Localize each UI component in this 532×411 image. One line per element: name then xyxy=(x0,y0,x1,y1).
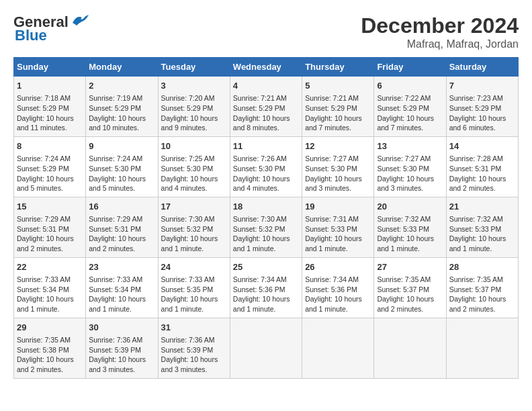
calendar-cell: 18Sunrise: 7:30 AMSunset: 5:32 PMDayligh… xyxy=(230,197,302,257)
daylight-text: Daylight: 10 hours and 3 minutes. xyxy=(377,175,434,193)
col-wednesday: Wednesday xyxy=(230,58,302,77)
calendar-table: Sunday Monday Tuesday Wednesday Thursday… xyxy=(13,57,519,379)
daylight-text: Daylight: 10 hours and 5 minutes. xyxy=(89,175,146,193)
day-number: 30 xyxy=(89,322,154,334)
day-number: 15 xyxy=(17,201,83,213)
sunset-text: Sunset: 5:37 PM xyxy=(377,285,429,293)
sunset-text: Sunset: 5:36 PM xyxy=(305,285,357,293)
sunrise-text: Sunrise: 7:24 AM xyxy=(89,154,142,163)
day-number: 16 xyxy=(89,201,154,213)
calendar-cell xyxy=(446,318,518,378)
daylight-text: Daylight: 10 hours and 1 minute. xyxy=(305,234,362,253)
calendar-cell: 20Sunrise: 7:32 AMSunset: 5:33 PMDayligh… xyxy=(374,197,446,257)
logo: General Blue xyxy=(13,13,89,44)
sunset-text: Sunset: 5:37 PM xyxy=(449,285,502,293)
sunset-text: Sunset: 5:39 PM xyxy=(161,346,214,354)
sunset-text: Sunset: 5:31 PM xyxy=(17,225,69,233)
col-sunday: Sunday xyxy=(14,58,86,77)
calendar-cell: 4Sunrise: 7:21 AMSunset: 5:29 PMDaylight… xyxy=(230,77,302,137)
calendar-week-row: 8Sunrise: 7:24 AMSunset: 5:29 PMDaylight… xyxy=(14,136,519,197)
calendar-cell: 9Sunrise: 7:24 AMSunset: 5:30 PMDaylight… xyxy=(86,136,158,197)
daylight-text: Daylight: 10 hours and 7 minutes. xyxy=(305,114,362,132)
sunrise-text: Sunrise: 7:31 AM xyxy=(305,215,359,223)
calendar-cell: 21Sunrise: 7:32 AMSunset: 5:33 PMDayligh… xyxy=(446,197,518,257)
sunrise-text: Sunrise: 7:35 AM xyxy=(17,336,71,344)
calendar-cell: 23Sunrise: 7:33 AMSunset: 5:34 PMDayligh… xyxy=(86,257,158,318)
day-number: 19 xyxy=(305,201,371,213)
calendar-cell: 27Sunrise: 7:35 AMSunset: 5:37 PMDayligh… xyxy=(374,257,446,318)
day-number: 20 xyxy=(377,201,443,213)
day-number: 23 xyxy=(89,261,154,273)
calendar-cell: 28Sunrise: 7:35 AMSunset: 5:37 PMDayligh… xyxy=(446,257,518,318)
day-number: 4 xyxy=(233,80,299,92)
logo-bird-icon xyxy=(70,13,89,28)
calendar-cell: 22Sunrise: 7:33 AMSunset: 5:34 PMDayligh… xyxy=(14,257,86,318)
day-number: 29 xyxy=(17,322,83,334)
calendar-cell: 30Sunrise: 7:36 AMSunset: 5:39 PMDayligh… xyxy=(86,318,158,378)
sunset-text: Sunset: 5:33 PM xyxy=(305,225,357,233)
sunset-text: Sunset: 5:31 PM xyxy=(89,225,141,233)
day-number: 12 xyxy=(305,140,371,152)
day-number: 5 xyxy=(305,80,371,92)
sunrise-text: Sunrise: 7:33 AM xyxy=(161,275,215,283)
sunrise-text: Sunrise: 7:34 AM xyxy=(233,275,287,283)
day-number: 26 xyxy=(305,261,371,273)
sunset-text: Sunset: 5:32 PM xyxy=(161,225,214,233)
calendar-subtitle: Mafraq, Mafraq, Jordan xyxy=(361,38,519,50)
day-number: 3 xyxy=(161,80,227,92)
sunset-text: Sunset: 5:30 PM xyxy=(161,165,214,173)
calendar-cell: 14Sunrise: 7:28 AMSunset: 5:31 PMDayligh… xyxy=(446,136,518,197)
sunrise-text: Sunrise: 7:35 AM xyxy=(449,275,503,283)
sunrise-text: Sunrise: 7:20 AM xyxy=(161,94,215,102)
sunset-text: Sunset: 5:39 PM xyxy=(89,346,141,354)
day-number: 14 xyxy=(449,140,515,152)
calendar-cell: 8Sunrise: 7:24 AMSunset: 5:29 PMDaylight… xyxy=(14,136,86,197)
day-number: 24 xyxy=(161,261,227,273)
calendar-cell: 12Sunrise: 7:27 AMSunset: 5:30 PMDayligh… xyxy=(302,136,374,197)
daylight-text: Daylight: 10 hours and 2 minutes. xyxy=(449,295,506,313)
daylight-text: Daylight: 10 hours and 6 minutes. xyxy=(449,114,506,132)
daylight-text: Daylight: 10 hours and 1 minute. xyxy=(17,295,74,313)
daylight-text: Daylight: 10 hours and 8 minutes. xyxy=(233,114,290,132)
sunrise-text: Sunrise: 7:30 AM xyxy=(161,215,215,223)
sunset-text: Sunset: 5:33 PM xyxy=(449,225,502,233)
sunrise-text: Sunrise: 7:26 AM xyxy=(233,154,287,163)
calendar-cell: 1Sunrise: 7:18 AMSunset: 5:29 PMDaylight… xyxy=(14,77,86,137)
sunrise-text: Sunrise: 7:32 AM xyxy=(377,215,431,223)
calendar-cell xyxy=(302,318,374,378)
sunrise-text: Sunrise: 7:29 AM xyxy=(89,215,142,223)
sunrise-text: Sunrise: 7:35 AM xyxy=(377,275,431,283)
daylight-text: Daylight: 10 hours and 2 minutes. xyxy=(89,234,146,253)
day-number: 10 xyxy=(161,140,227,152)
day-number: 11 xyxy=(233,140,299,152)
calendar-cell: 3Sunrise: 7:20 AMSunset: 5:29 PMDaylight… xyxy=(158,77,230,137)
day-number: 27 xyxy=(377,261,443,273)
day-number: 6 xyxy=(377,80,443,92)
sunrise-text: Sunrise: 7:24 AM xyxy=(17,154,71,163)
calendar-header: Sunday Monday Tuesday Wednesday Thursday… xyxy=(14,58,519,77)
calendar-cell: 2Sunrise: 7:19 AMSunset: 5:29 PMDaylight… xyxy=(86,77,158,137)
sunset-text: Sunset: 5:32 PM xyxy=(233,225,285,233)
sunset-text: Sunset: 5:30 PM xyxy=(305,165,357,173)
calendar-cell: 11Sunrise: 7:26 AMSunset: 5:30 PMDayligh… xyxy=(230,136,302,197)
sunset-text: Sunset: 5:31 PM xyxy=(449,165,502,173)
col-thursday: Thursday xyxy=(302,58,374,77)
calendar-title-block: December 2024 Mafraq, Mafraq, Jordan xyxy=(361,13,519,50)
sunrise-text: Sunrise: 7:18 AM xyxy=(17,94,71,102)
sunrise-text: Sunrise: 7:33 AM xyxy=(17,275,71,283)
daylight-text: Daylight: 10 hours and 2 minutes. xyxy=(377,295,434,313)
sunrise-text: Sunrise: 7:23 AM xyxy=(449,94,503,102)
sunset-text: Sunset: 5:30 PM xyxy=(233,165,285,173)
calendar-week-row: 15Sunrise: 7:29 AMSunset: 5:31 PMDayligh… xyxy=(14,197,519,257)
sunset-text: Sunset: 5:36 PM xyxy=(233,285,285,293)
daylight-text: Daylight: 10 hours and 11 minutes. xyxy=(17,114,74,132)
calendar-cell xyxy=(374,318,446,378)
sunset-text: Sunset: 5:35 PM xyxy=(161,285,214,293)
calendar-body: 1Sunrise: 7:18 AMSunset: 5:29 PMDaylight… xyxy=(14,77,519,379)
daylight-text: Daylight: 10 hours and 1 minute. xyxy=(305,295,362,313)
daylight-text: Daylight: 10 hours and 1 minute. xyxy=(233,295,290,313)
sunset-text: Sunset: 5:30 PM xyxy=(377,165,429,173)
daylight-text: Daylight: 10 hours and 1 minute. xyxy=(449,234,506,253)
day-number: 31 xyxy=(161,322,227,334)
sunrise-text: Sunrise: 7:29 AM xyxy=(17,215,71,223)
